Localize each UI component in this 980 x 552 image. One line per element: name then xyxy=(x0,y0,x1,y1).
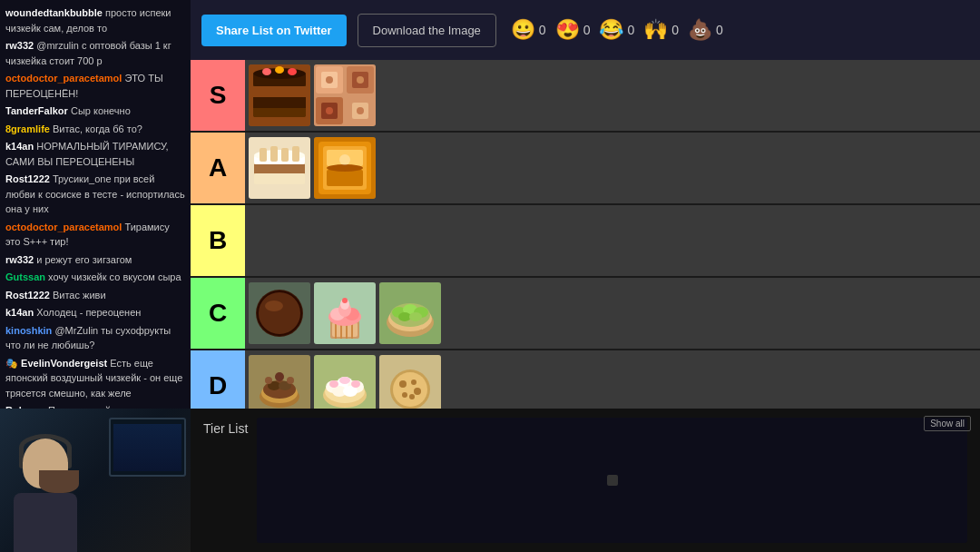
share-twitter-button[interactable]: Share List on Twitter xyxy=(201,15,347,46)
reaction-laugh[interactable]: 😂 0 xyxy=(599,18,634,42)
bottom-dark-area xyxy=(257,418,967,543)
chat-message: 🎭 EvelinVondergeist Есть еще японский во… xyxy=(5,356,185,401)
chat-username: rw332 xyxy=(5,254,34,265)
svg-rect-29 xyxy=(260,148,267,162)
svg-point-89 xyxy=(393,372,427,407)
chat-message: rw332 @mrzulin с оптовой базы 1 кг чизке… xyxy=(5,38,185,68)
svg-point-38 xyxy=(327,164,363,172)
chat-username: rw332 xyxy=(5,40,34,51)
svg-rect-31 xyxy=(281,148,289,162)
tier-list-container[interactable]: S xyxy=(191,60,980,409)
svg-point-20 xyxy=(357,76,364,84)
tier-label-s: S xyxy=(191,60,245,131)
svg-point-86 xyxy=(351,380,360,388)
emoji-reactions: 😀 0 😍 0 😂 0 🙌 0 💩 0 xyxy=(511,18,723,42)
chat-message: rw332 и режут его зигзагом xyxy=(5,252,185,268)
svg-point-66 xyxy=(409,312,422,321)
food-item-c2[interactable] xyxy=(314,282,376,344)
chat-username: k14an xyxy=(5,307,34,318)
chat-message: kinoshkin @MrZulin ты сухофрукты что ли … xyxy=(5,323,185,353)
svg-point-9 xyxy=(288,68,297,75)
laugh-count: 0 xyxy=(627,23,634,37)
poop-emoji: 💩 xyxy=(688,18,712,42)
tier-row-b: B xyxy=(191,205,980,278)
chat-message: woundedtankbubble просто испеки чизкейк … xyxy=(5,5,185,35)
chat-message: octodoctor_paracetamol ЭТО ТЫ ПЕРЕОЦЕНЁН… xyxy=(5,71,185,101)
svg-rect-3 xyxy=(253,86,306,97)
svg-point-93 xyxy=(402,392,407,398)
chat-messages[interactable]: woundedtankbubble просто испеки чизкейк … xyxy=(0,0,191,409)
tier-label-d: D xyxy=(191,350,245,409)
chat-text: и режут его зигзагом xyxy=(34,254,132,265)
tier-row-c: C xyxy=(191,278,980,350)
chat-text: Сыр конечно xyxy=(68,105,131,116)
food-item-d3[interactable] xyxy=(379,355,441,409)
food-item-c3[interactable] xyxy=(379,282,441,344)
food-item-d2[interactable] xyxy=(314,355,376,409)
svg-rect-5 xyxy=(253,108,306,117)
monitor-screen xyxy=(113,424,181,471)
tier-items-b xyxy=(245,205,980,276)
food-item-c1[interactable] xyxy=(249,282,310,344)
tiny-square-indicator xyxy=(607,475,618,486)
reaction-happy[interactable]: 😀 0 xyxy=(511,18,546,42)
streamer-body xyxy=(14,493,77,552)
svg-point-85 xyxy=(339,377,350,384)
tier-row-d: D xyxy=(191,350,980,409)
tier-items-d xyxy=(245,350,980,409)
svg-point-65 xyxy=(398,312,411,321)
happy-count: 0 xyxy=(539,23,546,37)
tier-label-b: B xyxy=(191,205,245,276)
svg-point-74 xyxy=(275,372,284,381)
svg-point-22 xyxy=(357,107,364,114)
svg-point-8 xyxy=(275,66,284,74)
chat-message: octodoctor_paracetamol Тирамису это S+++… xyxy=(5,220,185,250)
poop-count: 0 xyxy=(716,23,723,37)
svg-point-7 xyxy=(262,68,271,75)
main-area: Share List on Twitter Download the Image… xyxy=(191,0,980,552)
chat-text: Холодец - переоценен xyxy=(34,307,141,318)
food-item-s1[interactable] xyxy=(249,64,310,126)
bottom-section: Tier List Show all xyxy=(191,409,980,552)
happy-emoji: 😀 xyxy=(511,18,535,42)
food-item-a1[interactable] xyxy=(249,137,310,199)
reaction-hands[interactable]: 🙌 0 xyxy=(643,18,679,42)
svg-point-84 xyxy=(329,380,338,388)
chat-username: octodoctor_paracetamol xyxy=(5,73,122,84)
food-item-d1[interactable] xyxy=(249,355,310,409)
tier-items-a xyxy=(245,133,980,203)
food-item-a2[interactable] xyxy=(314,137,376,199)
chat-message: TanderFalkor Сыр конечно xyxy=(5,104,185,119)
svg-point-92 xyxy=(414,388,421,395)
reaction-love[interactable]: 😍 0 xyxy=(555,18,591,42)
chat-username: kinoshkin xyxy=(5,325,52,336)
love-count: 0 xyxy=(583,23,591,37)
svg-rect-37 xyxy=(327,170,363,186)
tier-items-s xyxy=(245,60,980,131)
chat-username: 🎭 EvelinVondergeist xyxy=(5,358,107,369)
tier-row-a: A xyxy=(191,133,980,205)
svg-point-90 xyxy=(399,380,407,388)
tier-label-a: A xyxy=(191,133,245,203)
download-image-button[interactable]: Download the Image xyxy=(358,14,496,47)
tier-items-c xyxy=(245,278,980,349)
chat-text: хочу чизкейк со вкусом сыра xyxy=(45,271,181,282)
chat-username: woundedtankbubble xyxy=(5,7,103,18)
show-all-button[interactable]: Show all xyxy=(924,416,971,431)
chat-message: k14an Холодец - переоценен xyxy=(5,305,185,320)
background-monitor xyxy=(109,418,186,477)
chat-username: TanderFalkor xyxy=(5,105,68,116)
svg-point-43 xyxy=(265,301,283,311)
svg-point-94 xyxy=(409,394,415,399)
chat-username: octodoctor_paracetamol xyxy=(5,222,122,232)
svg-rect-30 xyxy=(270,146,278,162)
laugh-emoji: 😂 xyxy=(599,18,623,42)
svg-point-91 xyxy=(411,380,416,385)
reaction-poop[interactable]: 💩 0 xyxy=(688,18,723,42)
streamer-figure xyxy=(9,434,82,552)
chat-text: Витас живи xyxy=(50,290,106,301)
svg-rect-26 xyxy=(254,164,305,173)
food-item-s2[interactable] xyxy=(314,64,376,126)
svg-rect-4 xyxy=(253,97,306,108)
love-emoji: 😍 xyxy=(555,18,580,42)
